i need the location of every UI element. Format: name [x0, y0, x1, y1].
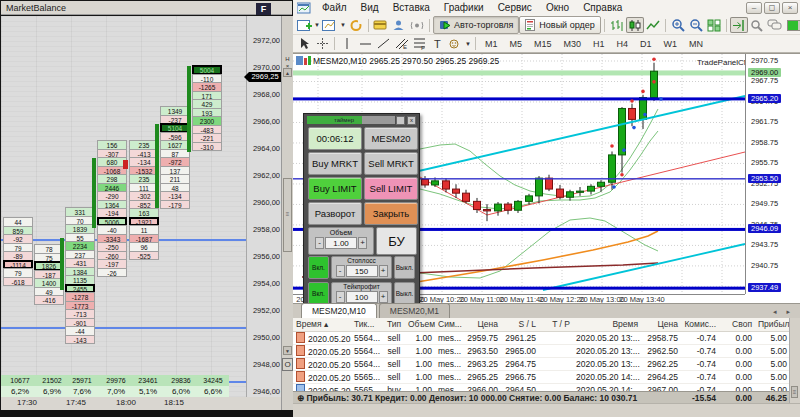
- close-button[interactable]: ×: [782, 2, 798, 14]
- column-header[interactable]: Время ▴: [293, 318, 351, 331]
- column-header[interactable]: Время: [573, 318, 641, 331]
- collapse-button[interactable]: O: [282, 358, 293, 371]
- signal-icon[interactable]: [408, 17, 426, 33]
- timeframe-m15[interactable]: M15: [528, 36, 558, 52]
- column-header[interactable]: Цена: [641, 318, 681, 331]
- price-axis[interactable]: 2970.752967.752964.752961.752958.752955.…: [745, 54, 800, 294]
- new-chart-icon[interactable]: [295, 17, 313, 33]
- candles-chart-icon[interactable]: [626, 17, 644, 33]
- autotrade-button[interactable]: Авто-торговля: [433, 16, 519, 34]
- timeframe-m5[interactable]: M5: [503, 36, 528, 52]
- community-icon[interactable]: [390, 17, 408, 33]
- menu-item-сервис[interactable]: Сервис: [491, 0, 539, 16]
- column-header[interactable]: Комис...: [681, 318, 719, 331]
- volume-value[interactable]: 1.00: [325, 237, 357, 249]
- payment-icon[interactable]: [372, 17, 390, 33]
- fibonacci-icon[interactable]: F: [410, 36, 428, 52]
- table-scrollbar[interactable]: ≡: [789, 318, 800, 403]
- line-chart-icon[interactable]: [644, 17, 662, 33]
- column-header[interactable]: Тип: [383, 318, 405, 331]
- timeframe-mn[interactable]: MN: [683, 36, 709, 52]
- tab-scroll-arrows[interactable]: ◂ ▸: [773, 308, 794, 316]
- timeframe-w1[interactable]: W1: [658, 36, 684, 52]
- stoploss-minus-button[interactable]: -: [336, 265, 345, 277]
- zoom-in-icon[interactable]: [669, 17, 687, 33]
- menu-item-справка[interactable]: Справка: [576, 0, 629, 16]
- f-button[interactable]: F: [256, 3, 271, 15]
- scroll-up-icon[interactable]: ▲: [283, 68, 292, 77]
- column-header[interactable]: Прибыль: [755, 318, 790, 331]
- symbol-button[interactable]: MESM20: [364, 127, 418, 150]
- zoom-out-icon[interactable]: [687, 17, 705, 33]
- column-header[interactable]: Цена: [463, 318, 501, 331]
- stoploss-off-button[interactable]: Выкл.: [394, 256, 415, 279]
- tab-mesm20-m10[interactable]: MESM20,M10: [301, 303, 377, 318]
- menu-item-вид[interactable]: Вид: [354, 0, 386, 16]
- search-icon[interactable]: [748, 17, 766, 33]
- volume-plus-button[interactable]: +: [358, 237, 367, 249]
- table-row[interactable]: 2020.05.20...5564...sell1.00mes...2963.5…: [293, 345, 790, 358]
- buy-limit-button[interactable]: Buy LIMIT: [308, 177, 362, 200]
- chat-icon[interactable]: [766, 17, 784, 33]
- sell-market-button[interactable]: Sell MRKT: [364, 152, 418, 175]
- table-row[interactable]: 2020.05.20...5564...sell1.00mes...2963.2…: [293, 358, 790, 371]
- vertical-line-icon[interactable]: [338, 36, 356, 52]
- left-scrollbar-strip[interactable]: H× ▲ ≡ ▼ O: [281, 16, 293, 410]
- trendline-icon[interactable]: [374, 36, 392, 52]
- channel-icon[interactable]: E: [392, 36, 410, 52]
- timeframe-h1[interactable]: H1: [587, 36, 611, 52]
- takeprofit-value[interactable]: 100: [346, 291, 378, 303]
- column-header[interactable]: Сим...: [435, 318, 463, 331]
- buy-market-button[interactable]: Buy MRKT: [308, 152, 362, 175]
- menu-item-графики[interactable]: Графики: [437, 0, 491, 16]
- stoploss-value[interactable]: 150: [346, 265, 378, 277]
- horizontal-line-icon[interactable]: [356, 36, 374, 52]
- takeprofit-plus-button[interactable]: +: [379, 291, 388, 303]
- shapes-icon[interactable]: [446, 36, 464, 52]
- close-position-button[interactable]: Закрыть: [364, 202, 418, 225]
- takeprofit-minus-button[interactable]: -: [336, 291, 345, 303]
- new-order-button[interactable]: Новый ордер: [519, 16, 600, 34]
- column-header[interactable]: Своп: [719, 318, 755, 331]
- takeprofit-off-button[interactable]: Выкл.: [394, 282, 415, 305]
- minimize-button[interactable]: –: [746, 2, 762, 14]
- stoploss-plus-button[interactable]: +: [379, 265, 388, 277]
- scroll-grip-icon[interactable]: ≡: [791, 386, 798, 398]
- chevron-down-icon[interactable]: ▼: [465, 41, 471, 47]
- tile-windows-icon[interactable]: [705, 17, 723, 33]
- cluster-chart-plot[interactable]: © 2020 NinjaTrader, LLC 44859-9279-89-11…: [1, 16, 246, 397]
- bars-chart-icon[interactable]: [608, 17, 626, 33]
- scroll-thumb[interactable]: ≡: [283, 178, 292, 252]
- crosshair-icon[interactable]: [313, 36, 331, 52]
- volume-minus-button[interactable]: -: [315, 237, 324, 249]
- cycle-icon[interactable]: [347, 17, 365, 33]
- table-row[interactable]: 2020.05.20...5565...sell1.00mes...2965.2…: [293, 371, 790, 384]
- column-header[interactable]: S / L: [501, 318, 539, 331]
- column-header[interactable]: Объем: [405, 318, 435, 331]
- takeprofit-on-button[interactable]: Вкл.: [308, 282, 329, 305]
- restore-button[interactable]: ◻: [764, 2, 780, 14]
- tab-mesm20-m1[interactable]: MESM20,M1: [379, 303, 450, 318]
- breakeven-button[interactable]: БУ: [376, 227, 417, 255]
- table-row[interactable]: 2020.05.20...5564...sell1.00mes...2959.7…: [293, 332, 790, 345]
- text-icon[interactable]: T: [428, 36, 446, 52]
- profiles-icon[interactable]: [321, 17, 339, 33]
- menu-item-вставка[interactable]: Вставка: [386, 0, 437, 16]
- reverse-button[interactable]: Разворот: [308, 202, 362, 225]
- chart-shift-icon[interactable]: [730, 17, 748, 33]
- panel-close-icon[interactable]: x: [407, 116, 416, 125]
- column-header[interactable]: Тик...: [351, 318, 383, 331]
- chevron-down-icon[interactable]: ▼: [314, 22, 320, 28]
- column-header[interactable]: T / P: [539, 318, 573, 331]
- stoploss-on-button[interactable]: Вкл.: [308, 256, 329, 279]
- chevron-down-icon[interactable]: ▼: [340, 22, 346, 28]
- scroll-down-icon[interactable]: ▼: [283, 346, 292, 355]
- menu-item-файл[interactable]: Файл: [315, 0, 354, 16]
- panel-minimize-icon[interactable]: [396, 116, 405, 125]
- timeframe-m1[interactable]: M1: [479, 36, 504, 52]
- timeframe-d1[interactable]: D1: [634, 36, 658, 52]
- sell-limit-button[interactable]: Sell LIMIT: [364, 177, 418, 200]
- timeframe-m30[interactable]: M30: [558, 36, 588, 52]
- cursor-icon[interactable]: [295, 36, 313, 52]
- timeframe-h4[interactable]: H4: [611, 36, 635, 52]
